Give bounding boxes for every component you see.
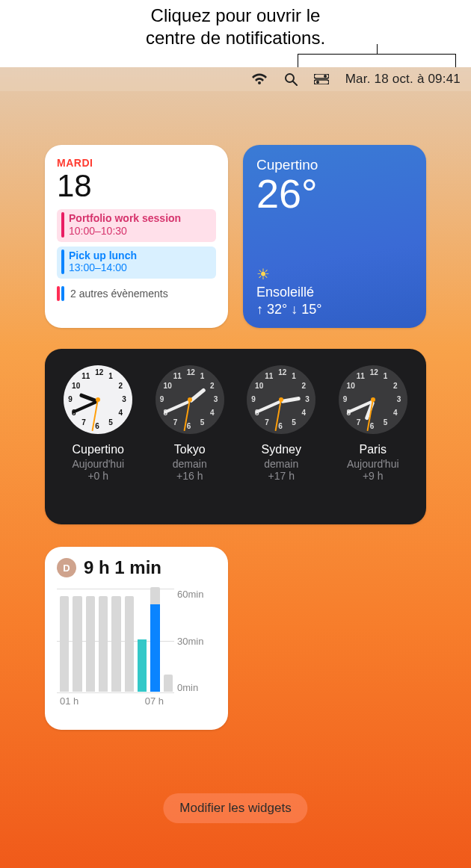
weather-condition: Ensoleillé <box>256 285 413 300</box>
callout-line2: centre de notifications. <box>146 28 325 48</box>
clock-city-offset: +17 h <box>236 470 326 482</box>
screentime-duration: 9 h 1 min <box>84 557 161 578</box>
event-color-bar <box>61 249 64 275</box>
calendar-more-events[interactable]: 2 autres évènements <box>57 286 216 301</box>
clock-city-day: demain <box>236 458 326 470</box>
clock-city-offset: +16 h <box>145 470 235 482</box>
chart-bar <box>111 596 120 692</box>
clock-city-name: Tokyo <box>145 443 235 456</box>
edit-widgets-button[interactable]: Modifier les widgets <box>163 793 307 823</box>
search-icon[interactable] <box>284 72 298 86</box>
chart-bars <box>60 587 173 692</box>
clock-face: 123456789101112 <box>339 365 407 434</box>
chart-xlabels: 01 h 07 h <box>60 695 173 707</box>
event-title: Portfolio work session <box>69 212 181 225</box>
chart-bar <box>125 596 134 692</box>
world-clock-city: 123456789101112CupertinoAujourd'hui+0 h <box>53 365 143 482</box>
chart-bar <box>138 639 147 692</box>
more-events-label: 2 autres évènements <box>70 288 168 300</box>
world-clock-city: 123456789101112Tokyodemain+16 h <box>145 365 235 482</box>
desktop-screen: Mar. 18 oct. à 09:41 MARDI 18 Portfolio … <box>0 67 471 868</box>
clock-face: 123456789101112 <box>247 365 315 434</box>
clock-city-name: Paris <box>328 443 418 456</box>
wifi-icon[interactable] <box>251 73 268 85</box>
chart-bar <box>164 675 173 692</box>
svg-point-5 <box>316 81 319 84</box>
menubar-datetime[interactable]: Mar. 18 oct. à 09:41 <box>345 72 461 87</box>
clock-city-name: Cupertino <box>53 443 143 456</box>
screentime-chart: 60min 30min 0min 01 h 07 h <box>57 589 216 701</box>
sun-icon: ☀︎ <box>256 265 413 283</box>
event-color-bar <box>61 212 64 238</box>
calendar-date-number: 18 <box>57 170 216 202</box>
svg-line-1 <box>293 81 297 85</box>
chart-bar <box>60 596 69 692</box>
screentime-widget[interactable]: D 9 h 1 min 60min 30min 0min 01 h 07 h <box>45 547 228 730</box>
event-title: Pick up lunch <box>69 249 137 262</box>
more-events-color-bars <box>57 286 64 301</box>
notification-center-widgets: MARDI 18 Portfolio work session 10:00–10… <box>0 91 471 745</box>
chart-bar <box>99 596 108 692</box>
clock-city-offset: +9 h <box>328 470 418 482</box>
clock-city-offset: +0 h <box>53 470 143 482</box>
clock-face: 123456789101112 <box>156 365 224 434</box>
svg-point-3 <box>324 75 327 78</box>
clock-city-day: Aujourd'hui <box>328 458 418 470</box>
callout-line1: Cliquez pour ouvrir le <box>151 5 321 25</box>
calendar-widget[interactable]: MARDI 18 Portfolio work session 10:00–10… <box>45 145 228 328</box>
calendar-event[interactable]: Portfolio work session 10:00–10:30 <box>57 209 216 242</box>
callout-text: Cliquez pour ouvrir le centre de notific… <box>0 4 471 49</box>
world-clock-city: 123456789101112Sydneydemain+17 h <box>236 365 326 482</box>
chart-bar <box>150 587 159 692</box>
weather-widget[interactable]: Cupertino 26° ☀︎ Ensoleillé ↑ 32° ↓ 15° <box>243 145 426 328</box>
screentime-badge: D <box>57 558 76 577</box>
chart-bar <box>73 596 81 692</box>
clock-city-day: Aujourd'hui <box>53 458 143 470</box>
menubar: Mar. 18 oct. à 09:41 <box>0 67 471 91</box>
calendar-event[interactable]: Pick up lunch 13:00–14:00 <box>57 247 216 279</box>
event-time: 10:00–10:30 <box>69 225 181 238</box>
chart-bar <box>86 596 95 692</box>
world-clock-widget[interactable]: 123456789101112CupertinoAujourd'hui+0 h1… <box>45 349 426 524</box>
weather-temp: 26° <box>256 173 413 214</box>
clock-city-day: demain <box>145 458 235 470</box>
chart-ylabels: 60min 30min 0min <box>177 589 216 693</box>
clock-face: 123456789101112 <box>64 365 132 434</box>
control-center-icon[interactable] <box>314 74 329 84</box>
weather-hilo: ↑ 32° ↓ 15° <box>256 302 413 317</box>
callout-bracket <box>298 54 456 67</box>
calendar-day-label: MARDI <box>57 157 216 169</box>
event-time: 13:00–14:00 <box>69 261 137 274</box>
world-clock-city: 123456789101112ParisAujourd'hui+9 h <box>328 365 418 482</box>
clock-city-name: Sydney <box>236 443 326 456</box>
